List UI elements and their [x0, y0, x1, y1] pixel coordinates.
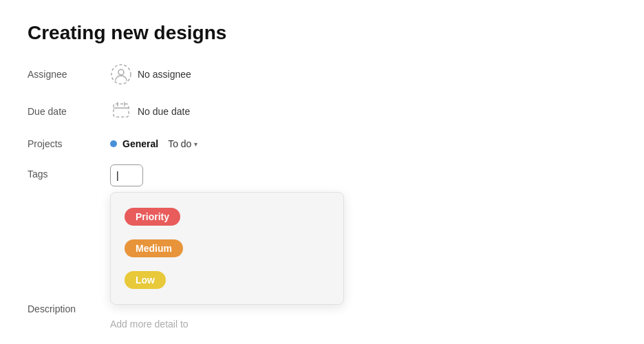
assignee-label: Assignee [28, 69, 110, 80]
calendar-icon [110, 99, 132, 123]
svg-point-0 [111, 65, 131, 84]
due-date-value[interactable]: No due date [110, 99, 190, 123]
svg-point-1 [118, 69, 124, 75]
description-label: Description [28, 303, 110, 314]
list-item[interactable]: Medium [122, 233, 332, 264]
description-hint: Add more detail to [110, 319, 189, 330]
tags-input-wrapper: Priority Medium Low [110, 164, 143, 186]
chevron-down-icon: ▾ [194, 140, 197, 148]
tags-label: Tags [28, 164, 110, 180]
description-row: Description [28, 303, 616, 314]
assignee-row: Assignee No assignee [28, 63, 616, 85]
assignee-value[interactable]: No assignee [110, 63, 191, 85]
project-name: General [122, 138, 158, 149]
project-dot-icon [110, 140, 117, 147]
status-text: To do [168, 138, 191, 149]
low-tag: Low [125, 271, 166, 289]
due-date-row: Due date No due date [28, 99, 616, 123]
projects-row: Projects General To do ▾ [28, 137, 616, 151]
assignee-text: No assignee [138, 69, 191, 80]
due-date-text: No due date [138, 106, 190, 117]
tags-input[interactable] [110, 164, 143, 186]
svg-rect-2 [114, 104, 129, 117]
list-item[interactable]: Priority [122, 201, 332, 233]
tags-dropdown-menu: Priority Medium Low [110, 192, 344, 305]
description-hint-row: Add more detail to [28, 319, 616, 330]
due-date-label: Due date [28, 106, 110, 117]
tags-row: Tags Priority Medium Low [28, 164, 616, 186]
page-title: Creating new designs [28, 22, 616, 44]
projects-value: General To do ▾ [110, 137, 202, 151]
priority-tag: Priority [125, 208, 180, 226]
projects-label: Projects [28, 138, 110, 149]
medium-tag: Medium [125, 239, 183, 257]
status-dropdown[interactable]: To do ▾ [164, 137, 202, 151]
person-icon [110, 63, 132, 85]
list-item[interactable]: Low [122, 264, 332, 296]
